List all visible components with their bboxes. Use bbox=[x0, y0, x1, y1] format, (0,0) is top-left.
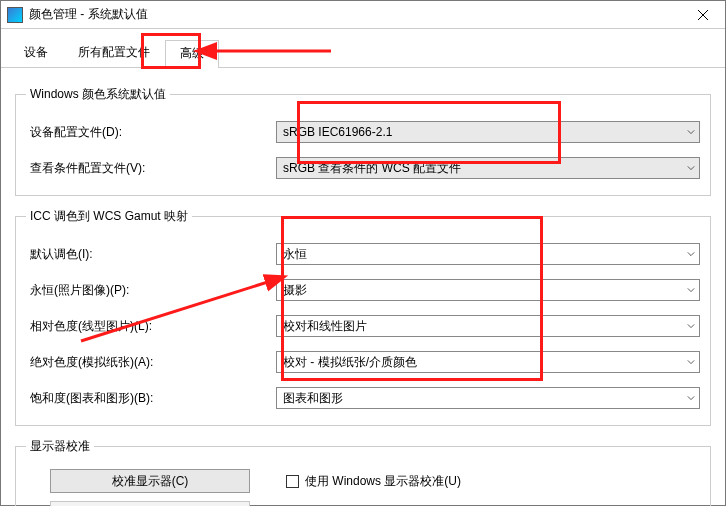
chevron-down-icon bbox=[687, 319, 695, 333]
window-title: 颜色管理 - 系统默认值 bbox=[29, 6, 681, 23]
close-icon bbox=[698, 10, 708, 20]
device-profile-combo[interactable]: sRGB IEC61966-2.1 bbox=[276, 121, 700, 143]
tab-label: 所有配置文件 bbox=[78, 45, 150, 59]
tab-all-profiles[interactable]: 所有配置文件 bbox=[63, 39, 165, 67]
checkbox-label: 使用 Windows 显示器校准(U) bbox=[305, 473, 461, 490]
combo-value: 图表和图形 bbox=[283, 390, 343, 407]
absolute-label: 绝对色度(模拟纸张)(A): bbox=[26, 354, 276, 371]
device-profile-label: 设备配置文件(D): bbox=[26, 124, 276, 141]
combo-value: 摄影 bbox=[283, 282, 307, 299]
window: 颜色管理 - 系统默认值 设备 所有配置文件 高级 Windows 颜色系统默认… bbox=[0, 0, 726, 506]
combo-value: 校对和线性图片 bbox=[283, 318, 367, 335]
group-windows-defaults: Windows 颜色系统默认值 设备配置文件(D): sRGB IEC61966… bbox=[15, 86, 711, 196]
close-button[interactable] bbox=[681, 1, 725, 29]
group-legend: 显示器校准 bbox=[26, 438, 94, 455]
tab-advanced[interactable]: 高级 bbox=[165, 40, 219, 68]
chevron-down-icon bbox=[687, 161, 695, 175]
combo-value: 永恒 bbox=[283, 246, 307, 263]
chevron-down-icon bbox=[687, 125, 695, 139]
relative-combo[interactable]: 校对和线性图片 bbox=[276, 315, 700, 337]
saturation-combo[interactable]: 图表和图形 bbox=[276, 387, 700, 409]
perceptual-label: 永恒(照片图像)(P): bbox=[26, 282, 276, 299]
content: Windows 颜色系统默认值 设备配置文件(D): sRGB IEC61966… bbox=[1, 68, 725, 506]
tab-label: 高级 bbox=[180, 46, 204, 60]
group-legend: ICC 调色到 WCS Gamut 映射 bbox=[26, 208, 192, 225]
absolute-combo[interactable]: 校对 - 模拟纸张/介质颜色 bbox=[276, 351, 700, 373]
chevron-down-icon bbox=[687, 355, 695, 369]
chevron-down-icon bbox=[687, 283, 695, 297]
checkbox-box bbox=[286, 475, 299, 488]
titlebar: 颜色管理 - 系统默认值 bbox=[1, 1, 725, 29]
button-label: 校准显示器(C) bbox=[112, 473, 189, 490]
tabs: 设备 所有配置文件 高级 bbox=[1, 29, 725, 68]
group-legend: Windows 颜色系统默认值 bbox=[26, 86, 170, 103]
app-icon bbox=[7, 7, 23, 23]
default-intent-label: 默认调色(I): bbox=[26, 246, 276, 263]
combo-value: 校对 - 模拟纸张/介质颜色 bbox=[283, 354, 417, 371]
group-icc-mapping: ICC 调色到 WCS Gamut 映射 默认调色(I): 永恒 永恒(照片图像… bbox=[15, 208, 711, 426]
saturation-label: 饱和度(图表和图形)(B): bbox=[26, 390, 276, 407]
viewing-profile-label: 查看条件配置文件(V): bbox=[26, 160, 276, 177]
viewing-profile-combo[interactable]: sRGB 查看条件的 WCS 配置文件 bbox=[276, 157, 700, 179]
default-intent-combo[interactable]: 永恒 bbox=[276, 243, 700, 265]
reload-calibration-button: 重新加载当前校准(R) bbox=[50, 501, 250, 506]
relative-label: 相对色度(线型图片)(L): bbox=[26, 318, 276, 335]
group-display-calibration: 显示器校准 校准显示器(C) 使用 Windows 显示器校准(U) 重新加载当… bbox=[15, 438, 711, 506]
combo-value: sRGB 查看条件的 WCS 配置文件 bbox=[283, 160, 461, 177]
calibrate-display-button[interactable]: 校准显示器(C) bbox=[50, 469, 250, 493]
tab-devices[interactable]: 设备 bbox=[9, 39, 63, 67]
chevron-down-icon bbox=[687, 391, 695, 405]
chevron-down-icon bbox=[687, 247, 695, 261]
tab-label: 设备 bbox=[24, 45, 48, 59]
perceptual-combo[interactable]: 摄影 bbox=[276, 279, 700, 301]
combo-value: sRGB IEC61966-2.1 bbox=[283, 125, 392, 139]
use-windows-calibration-checkbox[interactable]: 使用 Windows 显示器校准(U) bbox=[286, 473, 461, 490]
